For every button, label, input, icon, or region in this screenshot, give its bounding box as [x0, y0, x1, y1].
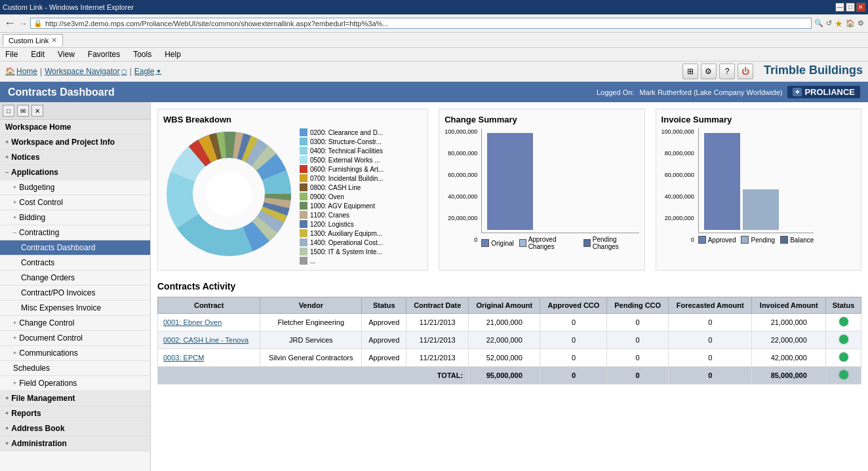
menu-file[interactable]: File — [3, 49, 20, 60]
legend-color-1500 — [300, 248, 307, 255]
address-icon: 🔒 — [33, 19, 43, 28]
cell-vendor-2: JRD Services — [260, 331, 362, 349]
cell-forecasted-2: 0 — [668, 331, 752, 349]
invoice-summary-inner: 100,000,000 80,000,000 60,000,000 40,000… — [661, 128, 856, 244]
tab-label: Custom Link — [9, 37, 49, 45]
total-approved-cco: 0 — [540, 367, 607, 385]
sidebar-item-contract-po-invoices[interactable]: Contract/PO Invoices — [0, 286, 150, 301]
legend-item-0500: 0500: External Works ... — [300, 156, 384, 164]
workspace-nav-link[interactable]: Workspace Navigator ⬡ — [45, 67, 127, 76]
sidebar-item-address-book[interactable]: + Address Book — [0, 421, 150, 436]
svg-point-14 — [206, 171, 252, 217]
sidebar-toolbar: □ ✉ ✕ — [0, 102, 150, 120]
expand-icon-field-operations: + — [13, 380, 16, 386]
sidebar-btn-1[interactable]: □ — [3, 105, 14, 117]
eagle-link[interactable]: Eagle ▼ — [134, 67, 162, 76]
sidebar-item-file-management[interactable]: + File Management — [0, 391, 150, 406]
contract-link-3[interactable]: 0003: EPCM — [163, 354, 204, 362]
sidebar-item-contracting[interactable]: – Contracting — [0, 225, 150, 240]
cell-status-dot-1 — [826, 314, 861, 331]
settings-icon-btn[interactable]: ⚙ — [701, 64, 717, 79]
sidebar-item-change-control[interactable]: + Change Control — [0, 316, 150, 331]
menu-favorites[interactable]: Favorites — [85, 49, 123, 60]
cell-forecasted-3: 0 — [668, 349, 752, 367]
back-button[interactable]: ← — [4, 16, 16, 30]
forward-button[interactable]: → — [18, 18, 28, 29]
search-btn[interactable]: 🔍 — [814, 19, 823, 28]
invoice-summary-chart-area: Approved Pending Balance — [698, 128, 814, 244]
table-header-row: Contract Vendor Status Contract Date Ori… — [158, 297, 861, 314]
help-icon-btn[interactable]: ? — [719, 64, 735, 79]
contract-link-1[interactable]: 0001: Ebner Oven — [163, 318, 222, 326]
sidebar-item-document-control[interactable]: + Document Control — [0, 331, 150, 346]
cell-vendor-1: Fletcher Engineering — [260, 314, 362, 331]
close-button[interactable]: ✕ — [856, 3, 865, 12]
menu-view[interactable]: View — [55, 49, 77, 60]
contract-link-2[interactable]: 0002: CASH Line - Tenova — [163, 336, 248, 344]
cell-invoiced-2: 22,000,000 — [752, 331, 826, 349]
sidebar-item-reports[interactable]: + Reports — [0, 406, 150, 421]
legend-color-0800 — [300, 183, 307, 191]
sidebar-item-budgeting[interactable]: + Budgeting — [0, 180, 150, 195]
wbs-donut-chart — [163, 128, 294, 259]
cell-status-2: Approved — [362, 331, 406, 349]
col-approved-cco: Approved CCO — [540, 297, 607, 314]
sidebar-item-field-operations[interactable]: + Field Operations — [0, 376, 150, 391]
tools-btn[interactable]: ⚙ — [858, 19, 864, 28]
logged-on-label: Logged On: — [597, 88, 635, 96]
legend-color-more — [300, 257, 307, 265]
sidebar-item-bidding[interactable]: + Bidding — [0, 210, 150, 225]
sidebar-item-contracts-dashboard[interactable]: Contracts Dashboard — [0, 240, 150, 255]
expand-icon-reports: + — [5, 410, 9, 417]
expand-icon-administration: + — [5, 440, 9, 447]
legend-approved-changes: Approved Changes — [519, 236, 578, 250]
legend-color-0700 — [300, 174, 307, 182]
sidebar-item-administration[interactable]: + Administration — [0, 436, 150, 451]
sidebar-item-contracts[interactable]: Contracts — [0, 255, 150, 271]
sidebar-item-applications[interactable]: – Applications — [0, 165, 150, 180]
menu-help[interactable]: Help — [162, 49, 184, 60]
cell-status-dot-3 — [826, 349, 861, 367]
refresh-btn[interactable]: ↺ — [826, 19, 832, 28]
legend-item-1400: 1400: Operational Cost... — [300, 238, 384, 246]
cell-date-3: 11/21/2013 — [406, 349, 469, 367]
browser-tab[interactable]: Custom Link ✕ — [3, 34, 63, 46]
sidebar-item-misc-expenses-invoice[interactable]: Misc Expenses Invoice — [0, 301, 150, 316]
power-icon-btn[interactable]: ⏻ — [738, 64, 753, 79]
legend-pending-changes: Pending Changes — [583, 236, 639, 250]
total-original: 95,000,000 — [469, 367, 540, 385]
tab-close-btn[interactable]: ✕ — [51, 36, 57, 45]
sidebar-item-schedules[interactable]: Schedules — [0, 361, 150, 376]
sidebar-item-workspace-home[interactable]: Workspace Home — [0, 120, 150, 135]
menu-edit[interactable]: Edit — [28, 49, 47, 60]
sidebar-item-notices[interactable]: + Notices — [0, 150, 150, 165]
minimize-button[interactable]: — — [835, 3, 844, 12]
favorites-star[interactable]: ★ — [835, 18, 843, 29]
status-dot-2 — [839, 335, 848, 344]
wbs-chart-inner: 0200: Clearance and D... 0300: Structure… — [163, 128, 422, 265]
invoice-summary-y-axis: 100,000,000 80,000,000 60,000,000 40,000… — [661, 128, 696, 243]
address-text: http://se3vm2.demo.mps.com/Proliance/Web… — [45, 20, 808, 28]
invoice-summary-legend: Approved Pending Balance — [698, 236, 814, 244]
sidebar-btn-3[interactable]: ✕ — [31, 105, 43, 117]
expand-icon-budgeting: + — [13, 184, 16, 191]
home-link[interactable]: 🏠 Home — [5, 67, 37, 76]
change-summary-inner: 100,000,000 80,000,000 60,000,000 40,000… — [444, 128, 639, 250]
expand-icon-notices: + — [5, 154, 9, 160]
sidebar-item-communications[interactable]: + Communications — [0, 346, 150, 361]
cell-invoiced-1: 21,000,000 — [752, 314, 826, 331]
legend-inv-approved-color — [698, 236, 706, 244]
sidebar-item-cost-control[interactable]: + Cost Control — [0, 195, 150, 210]
charts-row: WBS Breakdown — [157, 109, 861, 271]
expand-icon-applications: – — [5, 169, 9, 176]
grid-icon-btn[interactable]: ⊞ — [682, 64, 698, 79]
cell-approved-cco-2: 0 — [540, 331, 607, 349]
maximize-button[interactable]: □ — [846, 3, 855, 12]
address-bar[interactable]: 🔒 http://se3vm2.demo.mps.com/Proliance/W… — [30, 18, 812, 29]
sidebar-item-change-orders[interactable]: Change Orders — [0, 271, 150, 286]
home-btn[interactable]: 🏠 — [846, 19, 855, 28]
col-vendor: Vendor — [260, 297, 362, 314]
sidebar-item-workspace-project-info[interactable]: + Workspace and Project Info — [0, 135, 150, 150]
menu-tools[interactable]: Tools — [130, 49, 154, 60]
sidebar-btn-2[interactable]: ✉ — [17, 105, 29, 117]
